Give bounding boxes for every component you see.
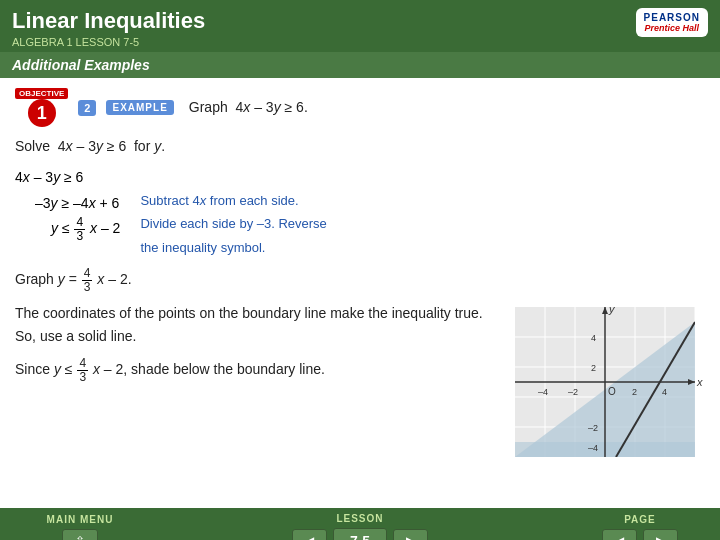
step-2: –3y ≥ –4x + 6 bbox=[15, 191, 120, 216]
additional-examples-bar: Additional Examples bbox=[0, 52, 720, 78]
note-subtract: Subtract 4x from each side. bbox=[140, 189, 705, 212]
step-3: y ≤ 4 3 x – 2 bbox=[15, 216, 120, 243]
page-prev-button[interactable]: ◀ bbox=[602, 529, 637, 541]
main-menu-section: MAIN MENU ⇧ bbox=[20, 514, 140, 541]
example-label-badge: EXAMPLE bbox=[106, 100, 173, 115]
lesson-subtitle: ALGEBRA 1 LESSON 7-5 bbox=[12, 36, 205, 48]
tick-y-4: 4 bbox=[591, 333, 596, 343]
lesson-section: LESSON ◀ 7-5 ▶ bbox=[292, 513, 428, 541]
header: Linear Inequalities ALGEBRA 1 LESSON 7-5… bbox=[0, 0, 720, 52]
main-menu-button[interactable]: ⇧ bbox=[62, 529, 98, 541]
example-number-badge: 2 bbox=[78, 100, 96, 116]
tick-y-neg4: –4 bbox=[588, 443, 598, 453]
pearson-logo: PEARSON Prentice Hall bbox=[636, 8, 708, 37]
note-divide: Divide each side by –3. Reversethe inequ… bbox=[140, 212, 705, 259]
tick-x-neg2: –2 bbox=[568, 387, 578, 397]
origin-label: O bbox=[608, 386, 616, 397]
example-problem: Graph 4x – 3y ≥ 6. bbox=[189, 96, 308, 118]
main-menu-label: MAIN MENU bbox=[47, 514, 114, 525]
lesson-prev-button[interactable]: ◀ bbox=[292, 529, 327, 541]
tick-x-4: 4 bbox=[662, 387, 667, 397]
lesson-nav: ◀ 7-5 ▶ bbox=[292, 528, 428, 541]
objective-badge: OBJECTIVE bbox=[15, 88, 68, 99]
note-blank bbox=[140, 165, 705, 188]
page-label: PAGE bbox=[624, 514, 656, 525]
tick-y-2: 2 bbox=[591, 363, 596, 373]
tick-x-2: 2 bbox=[632, 387, 637, 397]
header-text-group: Linear Inequalities ALGEBRA 1 LESSON 7-5 bbox=[12, 8, 205, 48]
pearson-brand-top: PEARSON bbox=[644, 12, 700, 23]
home-icon: ⇧ bbox=[75, 534, 85, 541]
solve-intro: Solve 4x – 3y ≥ 6 for y. bbox=[15, 135, 705, 157]
lesson-next-button[interactable]: ▶ bbox=[393, 529, 428, 541]
graph-container: x y O –4 –2 2 4 4 2 –2 –4 bbox=[505, 302, 705, 462]
graph-section: The coordinates of the points on the bou… bbox=[15, 302, 705, 462]
graph-text-group: The coordinates of the points on the bou… bbox=[15, 302, 490, 462]
footer: MAIN MENU ⇧ LESSON ◀ 7-5 ▶ PAGE ◀ ▶ bbox=[0, 508, 720, 540]
solve-steps: 4x – 3y ≥ 6 –3y ≥ –4x + 6 y ≤ 4 3 x – 2 … bbox=[15, 165, 705, 259]
page-nav: ◀ ▶ bbox=[602, 529, 678, 541]
boundary-text: The coordinates of the points on the bou… bbox=[15, 302, 490, 347]
fraction-graph: 4 3 bbox=[82, 267, 93, 294]
lesson-label: LESSON bbox=[336, 513, 383, 524]
fraction-shade: 4 3 bbox=[77, 357, 88, 384]
lesson-number: 7-5 bbox=[333, 528, 387, 541]
steps-math: 4x – 3y ≥ 6 –3y ≥ –4x + 6 y ≤ 4 3 x – 2 bbox=[15, 165, 120, 259]
example-header: OBJECTIVE 1 2 EXAMPLE Graph 4x – 3y ≥ 6. bbox=[15, 88, 705, 127]
pearson-brand-bottom: Prentice Hall bbox=[645, 23, 700, 33]
additional-examples-label: Additional Examples bbox=[12, 57, 150, 73]
left-panel: OBJECTIVE 1 2 EXAMPLE Graph 4x – 3y ≥ 6.… bbox=[15, 88, 705, 498]
graph-intro: Graph y = 4 3 x – 2. bbox=[15, 267, 705, 294]
page-next-button[interactable]: ▶ bbox=[643, 529, 678, 541]
page-section: PAGE ◀ ▶ bbox=[580, 514, 700, 541]
step-1: 4x – 3y ≥ 6 bbox=[15, 165, 120, 190]
main-content: OBJECTIVE 1 2 EXAMPLE Graph 4x – 3y ≥ 6.… bbox=[0, 78, 720, 508]
fraction-step3: 4 3 bbox=[74, 216, 85, 243]
page-title: Linear Inequalities bbox=[12, 8, 205, 34]
shade-text: Since y ≤ 4 3 x – 2, shade below the bou… bbox=[15, 357, 490, 384]
coordinate-graph: x y O –4 –2 2 4 4 2 –2 –4 bbox=[505, 302, 705, 462]
x-label: x bbox=[696, 376, 703, 388]
steps-notes: Subtract 4x from each side. Divide each … bbox=[140, 165, 705, 259]
objective-number: 1 bbox=[28, 99, 56, 127]
tick-y-neg2: –2 bbox=[588, 423, 598, 433]
tick-x-neg4: –4 bbox=[538, 387, 548, 397]
